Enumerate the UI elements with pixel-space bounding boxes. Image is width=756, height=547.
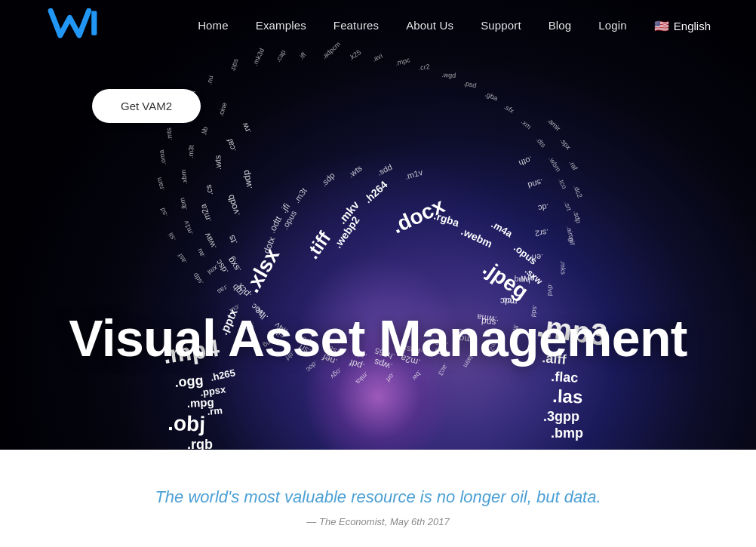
nav-item-blog[interactable]: Blog	[549, 19, 572, 32]
svg-rect-0	[91, 11, 97, 35]
nav-item-features[interactable]: Features	[333, 19, 379, 32]
quote-section: The world's most valuable resource is no…	[0, 450, 756, 547]
nav-item-login[interactable]: Login	[598, 19, 626, 32]
quote-text: The world's most valuable resource is no…	[15, 487, 741, 507]
nav-item-home[interactable]: Home	[198, 19, 229, 32]
language-selector[interactable]: 🇺🇸 English	[654, 19, 711, 33]
nav-item-examples[interactable]: Examples	[256, 19, 306, 32]
hero-section: .pps .mk3d .cap .iff .adpcm .k25 .avi .m…	[0, 0, 756, 450]
quote-source: — The Economist, May 6th 2017	[15, 516, 741, 527]
nav-item-support[interactable]: Support	[481, 19, 521, 32]
get-vam2-button[interactable]: Get VAM2	[92, 89, 201, 123]
nav-links: Home Examples Features About Us Support …	[198, 19, 711, 33]
main-nav: Home Examples Features About Us Support …	[0, 0, 756, 51]
hero-title: Visual Asset Management	[0, 310, 756, 367]
logo[interactable]	[45, 5, 100, 47]
nav-item-about[interactable]: About Us	[406, 19, 453, 32]
language-label: English	[674, 20, 711, 32]
flag-icon: 🇺🇸	[654, 19, 669, 33]
